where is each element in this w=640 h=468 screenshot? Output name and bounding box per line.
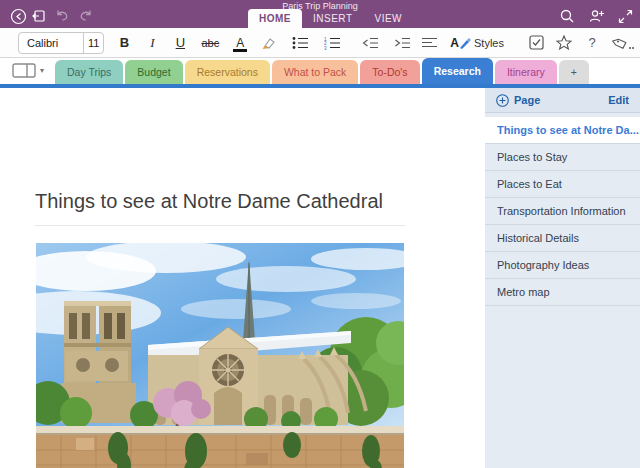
title-bar: Paris Trip Planning HOME INSERT VIEW bbox=[0, 0, 640, 28]
section-tab-row: ▾ Day Trips Budget Reservations What to … bbox=[0, 58, 640, 84]
page-item-historical-details[interactable]: Historical Details bbox=[485, 225, 640, 252]
bold-button[interactable]: B bbox=[110, 30, 138, 56]
font-size-select[interactable]: 11 bbox=[84, 33, 103, 53]
font-color-glyph: A bbox=[236, 36, 244, 50]
add-page-button[interactable]: Page bbox=[496, 94, 540, 107]
redo-icon[interactable] bbox=[77, 7, 95, 25]
page-item-things-to-see[interactable]: Things to see at Notre Da... bbox=[485, 117, 640, 144]
font-picker: Calibri 11 bbox=[18, 32, 104, 54]
section-tab-budget[interactable]: Budget bbox=[125, 60, 182, 84]
italic-button[interactable]: I bbox=[138, 30, 166, 56]
back-icon[interactable] bbox=[9, 7, 27, 25]
export-icon[interactable] bbox=[30, 7, 48, 25]
page-item-places-to-eat[interactable]: Places to Eat bbox=[485, 171, 640, 198]
bullet-list-icon[interactable] bbox=[286, 30, 314, 56]
font-color-swatch bbox=[233, 49, 247, 52]
notebook-switcher[interactable]: ▾ bbox=[12, 63, 44, 78]
section-tab-reservations[interactable]: Reservations bbox=[185, 60, 270, 84]
page-item-places-to-stay[interactable]: Places to Stay bbox=[485, 144, 640, 171]
font-name-select[interactable]: Calibri bbox=[19, 33, 84, 53]
styles-button[interactable]: A Styles bbox=[450, 36, 504, 50]
tab-view[interactable]: VIEW bbox=[364, 9, 414, 28]
tab-insert[interactable]: INSERT bbox=[302, 9, 364, 28]
chevron-down-icon: ▾ bbox=[40, 66, 44, 75]
plus-circle-icon bbox=[496, 94, 509, 107]
section-tab-day-trips[interactable]: Day Trips bbox=[55, 60, 123, 84]
align-icon[interactable] bbox=[416, 30, 444, 56]
question-tag-button[interactable]: ? bbox=[578, 30, 606, 56]
page-item-transportation[interactable]: Transportation Information bbox=[485, 198, 640, 225]
todo-checkbox-icon[interactable] bbox=[522, 30, 550, 56]
section-tab-to-dos[interactable]: To-Do's bbox=[360, 60, 419, 84]
highlight-icon[interactable] bbox=[254, 30, 282, 56]
page-item-metro-map[interactable]: Metro map bbox=[485, 279, 640, 306]
page-title[interactable]: Things to see at Notre Dame Cathedral bbox=[35, 190, 383, 213]
notebook-icon bbox=[12, 63, 36, 78]
page-list-sidebar: Page Edit Things to see at Notre Da... P… bbox=[485, 88, 640, 468]
search-icon[interactable] bbox=[558, 7, 576, 25]
note-canvas[interactable]: Things to see at Notre Dame Cathedral bbox=[0, 88, 485, 468]
font-color-button[interactable]: A bbox=[226, 30, 254, 56]
section-tab-what-to-pack[interactable]: What to Pack bbox=[272, 60, 358, 84]
section-tabs: Day Trips Budget Reservations What to Pa… bbox=[55, 58, 591, 84]
edit-pages-button[interactable]: Edit bbox=[608, 94, 629, 106]
strikethrough-button[interactable]: abc bbox=[194, 30, 226, 56]
styles-label: Styles bbox=[474, 37, 504, 49]
title-underline bbox=[35, 225, 405, 226]
add-person-icon[interactable] bbox=[587, 7, 605, 25]
underline-button[interactable]: U bbox=[166, 30, 194, 56]
notre-dame-cathedral-photo[interactable] bbox=[36, 243, 404, 468]
expand-icon[interactable] bbox=[616, 7, 634, 25]
section-tab-research[interactable]: Research bbox=[422, 58, 493, 84]
styles-glyph: A bbox=[450, 36, 459, 50]
section-tab-itinerary[interactable]: Itinerary bbox=[495, 60, 557, 84]
page-item-photography-ideas[interactable]: Photography Ideas bbox=[485, 252, 640, 279]
formatting-toolbar: Calibri 11 B I U abc A 123 A Styles bbox=[0, 28, 640, 58]
svg-text:3: 3 bbox=[324, 45, 327, 50]
undo-icon[interactable] bbox=[53, 7, 71, 25]
ribbon-tab-strip: HOME INSERT VIEW bbox=[248, 10, 413, 28]
tag-icon[interactable] bbox=[606, 30, 640, 56]
tab-home[interactable]: HOME bbox=[248, 9, 302, 28]
add-page-label: Page bbox=[514, 94, 540, 106]
add-section-tab[interactable]: + bbox=[559, 60, 589, 84]
sidebar-header: Page Edit bbox=[485, 88, 640, 113]
page-list: Things to see at Notre Da... Places to S… bbox=[485, 117, 640, 306]
brush-icon bbox=[459, 37, 471, 49]
outdent-icon[interactable] bbox=[356, 30, 384, 56]
numbered-list-icon[interactable]: 123 bbox=[318, 30, 346, 56]
onenote-window: Paris Trip Planning HOME INSERT VIEW bbox=[0, 0, 640, 468]
indent-icon[interactable] bbox=[388, 30, 416, 56]
star-tag-icon[interactable] bbox=[550, 30, 578, 56]
